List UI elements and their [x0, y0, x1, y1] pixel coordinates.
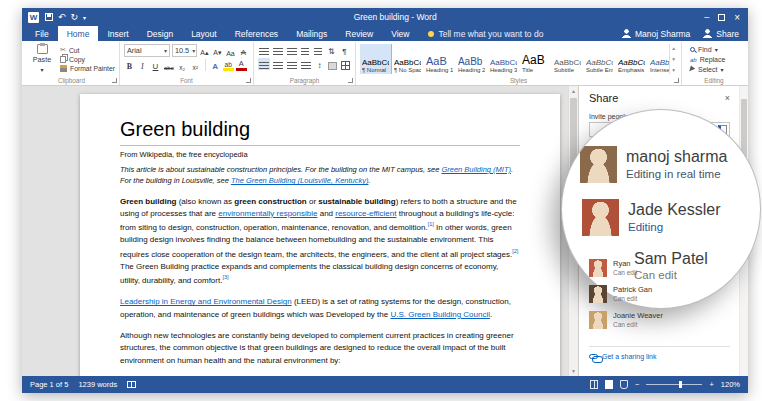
style-card-no-spacing[interactable]: AaBbCcDc ¶ No Spac...: [392, 44, 423, 74]
justify-icon[interactable]: [301, 62, 311, 70]
style-card-title[interactable]: AaB Title: [520, 44, 551, 74]
show-formatting-marks-button[interactable]: [339, 44, 350, 56]
tab-insert[interactable]: Insert: [98, 26, 137, 41]
tab-design[interactable]: Design: [138, 26, 182, 41]
zoom-in-icon[interactable]: [709, 380, 713, 389]
borders-icon[interactable]: [341, 61, 350, 70]
collaborator-row[interactable]: Joanie Weaver Can edit: [589, 307, 730, 333]
multilevel-list-icon[interactable]: [287, 48, 297, 56]
account-button[interactable]: Manoj Sharma: [622, 29, 690, 39]
zoom-out-icon[interactable]: [635, 380, 639, 389]
styles-dialog-launcher-icon[interactable]: [674, 78, 679, 83]
minimize-icon[interactable]: [704, 12, 709, 22]
scroll-up-icon[interactable]: [569, 86, 578, 96]
style-name: ¶ Normal: [362, 67, 389, 73]
undo-icon[interactable]: [58, 12, 66, 22]
zoom-level[interactable]: 120%: [721, 380, 740, 389]
tab-mailings[interactable]: Mailings: [287, 26, 336, 41]
page-indicator[interactable]: Page 1 of 5: [30, 380, 68, 389]
share-pane-scrollbar-thumb[interactable]: [741, 99, 747, 157]
get-sharing-link[interactable]: Get a sharing link: [589, 346, 730, 360]
style-card-normal[interactable]: AaBbCcDc ¶ Normal: [360, 44, 391, 74]
sort-button[interactable]: [326, 44, 337, 56]
styles-scroll-down-icon[interactable]: [672, 56, 675, 62]
styles-scroll-up-icon[interactable]: [672, 45, 675, 51]
zoom-slider[interactable]: [646, 384, 702, 385]
font-family-combo[interactable]: Arial: [124, 44, 170, 57]
italic-button[interactable]: [137, 59, 148, 71]
zoom-slider-thumb[interactable]: [679, 381, 682, 388]
scroll-down-icon[interactable]: [569, 366, 578, 376]
tab-layout[interactable]: Layout: [182, 26, 226, 41]
redo-icon[interactable]: [71, 12, 79, 22]
word-logo-icon[interactable]: W: [28, 12, 39, 23]
document-page[interactable]: Green building From Wikipedia, the free …: [80, 94, 560, 376]
underline-button[interactable]: [150, 59, 161, 71]
increase-indent-icon[interactable]: [314, 48, 322, 56]
highlight-color-button[interactable]: [223, 59, 234, 71]
tell-me-box[interactable]: Tell me what you want to do: [428, 26, 543, 41]
tab-references[interactable]: References: [226, 26, 287, 41]
share-pane-close-icon[interactable]: [725, 93, 730, 103]
save-icon[interactable]: [45, 13, 53, 21]
paragraph-dialog-launcher-icon[interactable]: [348, 78, 353, 83]
numbering-icon[interactable]: [273, 48, 283, 56]
align-left-icon[interactable]: [259, 62, 269, 70]
proofing-icon[interactable]: [127, 381, 136, 388]
word-count[interactable]: 1239 words: [78, 380, 117, 389]
font-dialog-launcher-icon[interactable]: [246, 78, 251, 83]
collaborator-row[interactable]: Patrick Gan Can edit: [589, 281, 730, 307]
share-button[interactable]: Share: [703, 29, 739, 39]
status-bar: Page 1 of 5 1239 words 120%: [22, 376, 748, 393]
text-effects-button[interactable]: [210, 59, 221, 71]
style-card-subtle-emphasis[interactable]: AaBbCcDc Subtle Em...: [584, 44, 615, 74]
style-card-heading3[interactable]: AaBbCcD Heading 3: [488, 44, 519, 74]
collaborator-row[interactable]: Ryan Can edit: [589, 255, 730, 281]
font-size-combo[interactable]: 10.5: [172, 44, 197, 57]
font-color-button[interactable]: [236, 59, 247, 71]
decrease-indent-icon[interactable]: [301, 48, 309, 56]
style-card-intense-emphasis[interactable]: AaBbCcDc Intense E...: [648, 44, 669, 74]
close-icon[interactable]: [734, 12, 740, 23]
web-layout-icon[interactable]: [620, 380, 628, 389]
align-right-icon[interactable]: [287, 62, 297, 70]
style-card-heading2[interactable]: AaBb Heading 2: [456, 44, 487, 74]
line-spacing-button[interactable]: [314, 58, 325, 70]
find-button[interactable]: Find: [690, 46, 738, 53]
bold-button[interactable]: [124, 59, 135, 71]
grow-font-button[interactable]: [199, 45, 210, 57]
tab-review[interactable]: Review: [336, 26, 382, 41]
clear-formatting-button[interactable]: [238, 45, 249, 57]
cut-button[interactable]: Cut: [60, 46, 115, 54]
select-dropdown-icon[interactable]: [720, 66, 723, 73]
style-card-emphasis[interactable]: AaBbCcDc Emphasis: [616, 44, 647, 74]
styles-more-icon[interactable]: [672, 67, 675, 73]
select-button[interactable]: Select: [690, 66, 738, 73]
print-layout-icon[interactable]: [605, 380, 613, 389]
tab-home[interactable]: Home: [58, 26, 99, 41]
tab-view[interactable]: View: [382, 26, 418, 41]
change-case-button[interactable]: [225, 45, 236, 57]
style-card-subtitle[interactable]: AaBbCcD Subtitle: [552, 44, 583, 74]
read-mode-icon[interactable]: [590, 380, 598, 389]
strikethrough-button[interactable]: [163, 59, 175, 71]
font-size-dropdown-icon[interactable]: [192, 46, 195, 55]
style-card-heading1[interactable]: AaB Heading 1: [424, 44, 455, 74]
bullets-icon[interactable]: [259, 48, 269, 56]
superscript-button[interactable]: [190, 59, 201, 71]
clipboard-dialog-launcher-icon[interactable]: [112, 78, 117, 83]
shading-icon[interactable]: [328, 62, 337, 70]
format-painter-button[interactable]: Format Painter: [60, 65, 115, 72]
align-center-icon[interactable]: [273, 62, 283, 70]
paste-dropdown-icon[interactable]: [40, 65, 43, 74]
font-family-dropdown-icon[interactable]: [164, 46, 167, 55]
replace-button[interactable]: Replace: [690, 56, 738, 63]
shrink-font-button[interactable]: [212, 45, 223, 57]
subscript-button[interactable]: [177, 59, 188, 71]
copy-button[interactable]: Copy: [60, 56, 115, 63]
tab-file[interactable]: File: [26, 26, 58, 41]
find-dropdown-icon[interactable]: [715, 46, 718, 53]
paste-button[interactable]: Paste: [28, 44, 56, 74]
qat-menu-icon[interactable]: [83, 12, 86, 22]
restore-icon[interactable]: [718, 14, 725, 21]
